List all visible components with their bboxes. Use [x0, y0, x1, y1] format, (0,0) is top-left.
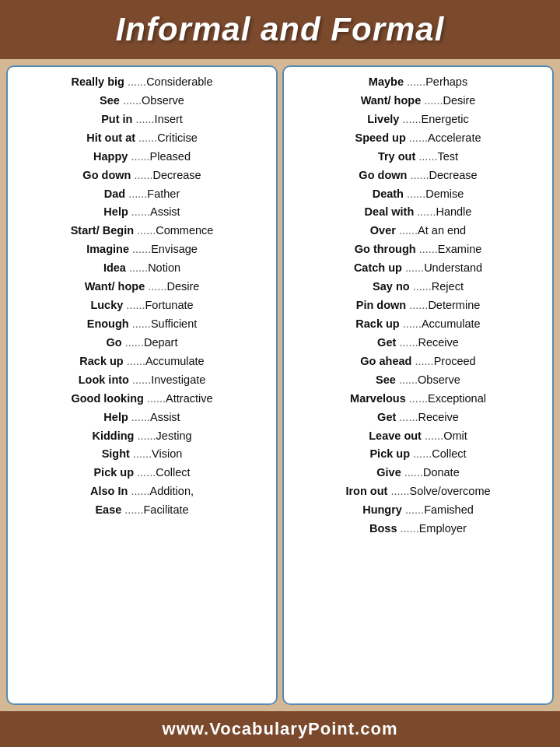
informal-word: Get	[377, 336, 396, 349]
formal-word: Examine	[438, 243, 481, 255]
dots: ......	[138, 132, 157, 144]
list-item: Happy ......Pleased	[12, 148, 271, 167]
informal-word: Good looking	[71, 392, 143, 405]
dots: ......	[413, 280, 432, 293]
list-item: Kidding ......Jesting	[12, 427, 271, 446]
formal-word: Collect	[432, 447, 466, 460]
dots: ......	[128, 188, 147, 200]
list-item: Want/ hope ......Desire	[12, 278, 271, 296]
formal-word: Vision	[152, 447, 182, 460]
list-item: See ......Observe	[289, 371, 548, 390]
list-item: Iron out ......Solve/overcome	[289, 482, 548, 501]
dots: ......	[124, 503, 143, 516]
formal-word: Investigate	[151, 374, 205, 386]
list-item: Death ......Demise	[289, 185, 548, 204]
right-column: Maybe ......PerhapsWant/ hope ......Desi…	[282, 65, 554, 705]
dots: ......	[123, 94, 142, 107]
informal-word: Go down	[82, 169, 131, 181]
formal-word: Attractive	[166, 392, 212, 405]
formal-word: Donate	[423, 466, 460, 479]
list-item: Marvelous ......Exceptional	[289, 390, 548, 409]
page-header: Informal and Formal	[0, 0, 560, 59]
informal-word: Pick up	[369, 447, 410, 460]
list-item: Help ......Assist	[12, 409, 271, 427]
list-item: Maybe ......Perhaps	[289, 73, 548, 92]
dots: ......	[137, 466, 156, 479]
informal-word: See	[100, 94, 120, 107]
dots: ......	[127, 355, 145, 367]
formal-word: Proceed	[434, 355, 476, 367]
formal-word: Pleased	[150, 150, 191, 163]
informal-word: Leave out	[369, 430, 422, 442]
formal-word: Observe	[418, 374, 460, 386]
list-item: Go ahead ......Proceed	[289, 352, 548, 371]
list-item: Imagine ......Envisage	[12, 240, 271, 259]
formal-word: Decrease	[429, 169, 478, 181]
informal-word: Dad	[104, 188, 125, 200]
list-item: Put in ......Insert	[12, 110, 271, 129]
page-footer: www.VocabularyPoint.com	[0, 711, 560, 747]
formal-word: Fortunate	[145, 299, 194, 311]
formal-word: Envisage	[151, 243, 198, 255]
list-item: Ease ......Facilitate	[12, 501, 271, 520]
dots: ......	[407, 75, 425, 88]
informal-word: Boss	[369, 522, 397, 535]
list-item: Lively ......Energetic	[289, 110, 548, 129]
dots: ......	[132, 374, 151, 386]
informal-word: Sight	[102, 447, 130, 460]
list-item: Boss ......Employer	[289, 520, 548, 538]
list-item: Idea ......Notion	[12, 259, 271, 278]
formal-word: Receive	[418, 336, 458, 349]
informal-word: Pick up	[93, 466, 134, 479]
formal-word: Accumulate	[145, 355, 205, 367]
informal-word: Catch up	[354, 261, 402, 274]
informal-word: Deal with	[365, 205, 415, 218]
list-item: Really big ......Considerable	[12, 73, 271, 92]
informal-word: Also In	[90, 485, 128, 497]
dots: ......	[402, 113, 421, 125]
informal-word: Maybe	[369, 75, 404, 88]
formal-word: Considerable	[146, 75, 212, 88]
list-item: Start/ Begin ......Commence	[12, 222, 271, 240]
formal-word: Employer	[419, 522, 467, 535]
list-item: Look into ......Investigate	[12, 371, 271, 390]
informal-word: Idea	[103, 261, 126, 274]
dots: ......	[131, 485, 149, 497]
list-item: Rack up ......Accumulate	[289, 315, 548, 334]
dots: ......	[137, 430, 156, 442]
list-item: Want/ hope ......Desire	[289, 92, 548, 110]
dots: ......	[410, 169, 429, 181]
informal-word: Over	[370, 224, 396, 237]
list-item: Go through ......Examine	[289, 240, 548, 259]
list-item: Get ......Receive	[289, 409, 548, 427]
dots: ......	[409, 392, 428, 405]
list-item: Hungry ......Famished	[289, 501, 548, 520]
informal-word: Put in	[101, 113, 132, 125]
informal-word: See	[376, 374, 396, 386]
list-item: Sight ......Vision	[12, 445, 271, 464]
dots: ......	[403, 317, 422, 330]
dots: ......	[125, 336, 144, 349]
formal-word: Exceptional	[428, 392, 486, 405]
formal-word: Test	[437, 150, 458, 163]
informal-word: Imagine	[86, 243, 129, 255]
dots: ......	[399, 336, 418, 349]
list-item: Catch up ......Understand	[289, 259, 548, 278]
formal-word: Desire	[443, 94, 475, 107]
dots: ......	[134, 169, 152, 181]
formal-word: Observe	[142, 94, 184, 107]
formal-word: Receive	[418, 411, 458, 423]
list-item: Try out ......Test	[289, 148, 548, 167]
dots: ......	[415, 355, 433, 367]
informal-word: Want/ hope	[361, 94, 422, 107]
formal-word: Decrease	[153, 169, 201, 181]
page-title: Informal and Formal	[16, 11, 544, 48]
formal-word: Assist	[150, 205, 180, 218]
dots: ......	[417, 205, 436, 218]
dots: ......	[128, 75, 146, 88]
dots: ......	[404, 466, 423, 479]
formal-word: Notion	[148, 261, 180, 274]
formal-word: Reject	[432, 280, 464, 293]
list-item: Speed up ......Accelerate	[289, 129, 548, 148]
informal-word: Go ahead	[360, 355, 411, 367]
